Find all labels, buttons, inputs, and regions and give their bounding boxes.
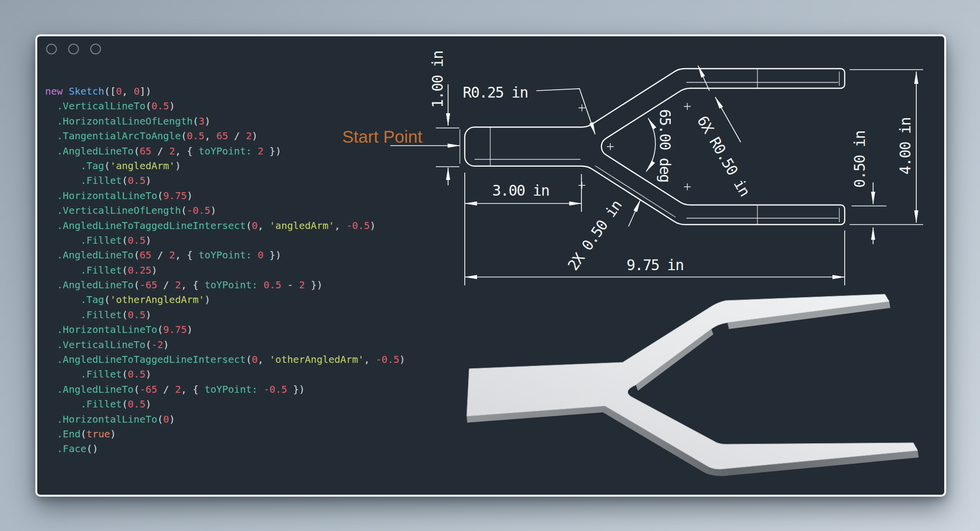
part-render-3d (467, 294, 919, 476)
dim-crotch-radius: R0.25 in (463, 84, 528, 101)
dimension-labels: 1.00 in R0.25 in 3.00 in 65.00 deg 6X R0… (342, 51, 914, 274)
dim-elbow-radius: 6X R0.50 in (694, 113, 753, 199)
dim-stem-length: 3.00 in (492, 182, 549, 199)
dim-branch-angle: 65.00 deg (656, 109, 674, 182)
dim-stem-height: 1.00 in (429, 51, 446, 108)
start-point-label: Start Point (342, 127, 423, 146)
dim-overall-length: 9.75 in (627, 256, 683, 274)
dim-arm-thickness: 2X 0.50 in (564, 197, 625, 274)
dim-overall-height: 4.00 in (897, 118, 914, 175)
part-3d-top-face (467, 294, 918, 469)
dim-arm-width: 0.50 in (851, 131, 868, 188)
app-window: new Sketch([0, 0]).VerticalLineTo(0.5).H… (35, 34, 946, 497)
center-mark-icon (578, 103, 691, 190)
cad-panel: 1.00 in R0.25 in 3.00 in 65.00 deg 6X R0… (37, 36, 944, 495)
